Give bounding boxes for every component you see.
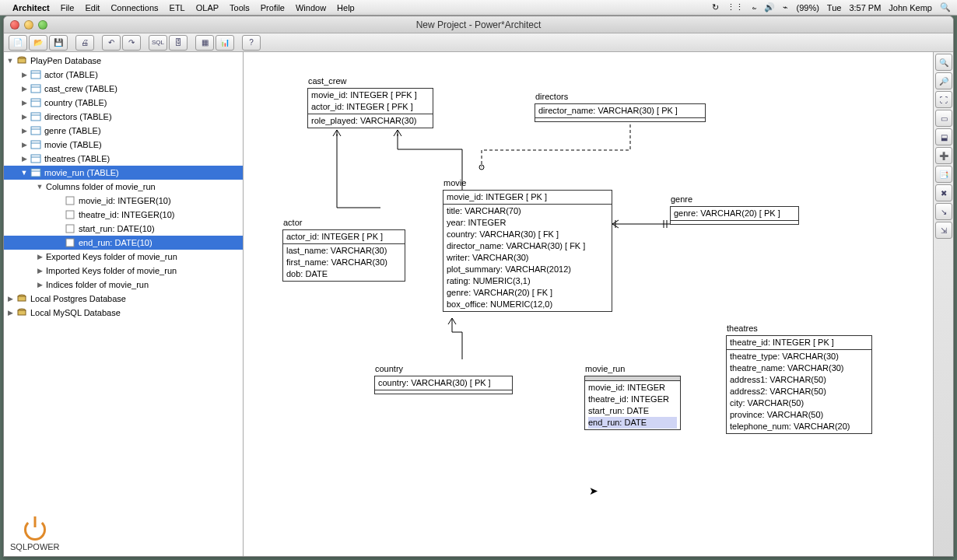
volume-icon[interactable]: 🔊: [764, 2, 775, 12]
entity-col[interactable]: genre: VARCHAR(20) [ FK ]: [447, 287, 608, 299]
entity-col[interactable]: theatre_id: INTEGER: [588, 394, 677, 405]
entity-theatres[interactable]: theatres theatre_id: INTEGER [ PK ] thea…: [726, 335, 872, 434]
tree-db-playpen[interactable]: ▼ PlayPen Database: [4, 54, 243, 68]
tree-table[interactable]: ▶movie (TABLE): [4, 138, 243, 152]
disclosure-icon[interactable]: ▶: [19, 85, 29, 93]
rtb-zoom-in[interactable]: 🔍: [935, 54, 952, 71]
disclosure-icon[interactable]: ▶: [19, 141, 29, 149]
entity-col[interactable]: address2: VARCHAR(50): [730, 386, 868, 397]
user-name[interactable]: John Kemp: [889, 3, 932, 12]
menu-etl[interactable]: ETL: [170, 3, 185, 12]
tree-table[interactable]: ▶genre (TABLE): [4, 124, 243, 138]
entity-col[interactable]: theatre_id: INTEGER [ PK ]: [730, 337, 868, 348]
menu-tools[interactable]: Tools: [230, 3, 250, 12]
app-name[interactable]: Architect: [12, 3, 50, 12]
tree-table[interactable]: ▶country (TABLE): [4, 96, 243, 110]
tb-sql[interactable]: SQL: [149, 35, 167, 51]
tb-help[interactable]: ?: [242, 35, 261, 51]
menu-file[interactable]: File: [61, 3, 75, 12]
wifi-icon[interactable]: ⧜: [752, 3, 756, 12]
entity-actor[interactable]: actor actor_id: INTEGER [ PK ] last_name…: [282, 229, 405, 282]
rtb-zoom-out[interactable]: 🔎: [935, 72, 952, 89]
entity-col[interactable]: director_name: VARCHAR(30) [ FK ]: [447, 240, 608, 252]
entity-col[interactable]: rating: NUMERIC(3,1): [447, 275, 608, 287]
tree-col[interactable]: theatre_id: INTEGER(10): [4, 208, 243, 222]
entity-genre[interactable]: genre genre: VARCHAR(20) [ PK ]: [670, 206, 799, 225]
entity-col[interactable]: city: VARCHAR(50): [730, 397, 868, 409]
entity-directors[interactable]: directors director_name: VARCHAR(30) [ P…: [535, 103, 706, 122]
tree-db[interactable]: ▶Local MySQL Database: [4, 306, 243, 320]
spotlight-icon[interactable]: 🔍: [940, 2, 951, 12]
disclosure-icon[interactable]: ▶: [19, 127, 29, 135]
entity-col[interactable]: role_played: VARCHAR(30): [311, 115, 429, 127]
tb-print[interactable]: 🖨: [75, 35, 94, 51]
disclosure-icon[interactable]: ▶: [19, 71, 29, 79]
rtb-rel2[interactable]: ⇲: [935, 222, 952, 239]
battery-icon[interactable]: ⌁: [783, 2, 788, 12]
tree-col-end-run[interactable]: end_run: DATE(10): [4, 236, 243, 250]
rtb-add-col[interactable]: 📑: [935, 166, 952, 183]
entity-col[interactable]: movie_id: INTEGER [ PK ]: [447, 191, 608, 203]
tree-table[interactable]: ▶actor (TABLE): [4, 68, 243, 82]
entity-col[interactable]: last_name: VARCHAR(30): [286, 245, 401, 257]
tree-folder[interactable]: ▶Exported Keys folder of movie_run: [4, 250, 243, 264]
disclosure-icon[interactable]: ▶: [19, 113, 29, 121]
entity-col-selected[interactable]: end_run: DATE: [588, 417, 677, 429]
entity-col[interactable]: theatre_type: VARCHAR(30): [730, 351, 868, 362]
tree-table[interactable]: ▶directors (TABLE): [4, 110, 243, 124]
menu-window[interactable]: Window: [296, 3, 326, 12]
disclosure-icon[interactable]: ▼: [35, 183, 44, 191]
tb-redo[interactable]: ↷: [122, 35, 141, 51]
menu-profile[interactable]: Profile: [261, 3, 285, 12]
tb-grid[interactable]: ▦: [195, 35, 214, 51]
tree-col[interactable]: movie_id: INTEGER(10): [4, 194, 243, 208]
menu-olap[interactable]: OLAP: [196, 3, 219, 12]
menu-connections[interactable]: Connections: [110, 3, 158, 12]
bluetooth-icon[interactable]: ⋮⋮: [727, 2, 744, 12]
disclosure-icon[interactable]: ▶: [19, 99, 29, 107]
tb-new[interactable]: 📄: [9, 35, 27, 51]
zoom-button[interactable]: [38, 20, 47, 30]
menubar[interactable]: Architect File Edit Connections ETL OLAP…: [0, 0, 957, 16]
tree-pane[interactable]: ▼ PlayPen Database ▶actor (TABLE)▶cast_c…: [4, 52, 244, 556]
titlebar[interactable]: New Project - Power*Architect: [4, 16, 953, 33]
minimize-button[interactable]: [24, 20, 33, 30]
tree-col[interactable]: start_run: DATE(10): [4, 222, 243, 236]
entity-col[interactable]: movie_id: INTEGER [ PFK ]: [311, 89, 429, 101]
tb-save[interactable]: 💾: [49, 35, 68, 51]
rtb-layout[interactable]: ⬓: [935, 128, 952, 145]
entity-country[interactable]: country country: VARCHAR(30) [ PK ]: [374, 376, 513, 394]
timemachine-icon[interactable]: ↻: [712, 2, 719, 12]
menu-help[interactable]: Help: [337, 3, 355, 12]
entity-col[interactable]: title: VARCHAR(70): [447, 205, 608, 217]
rtb-rel1[interactable]: ↘: [935, 203, 952, 220]
entity-col[interactable]: box_office: NUMERIC(12,0): [447, 299, 608, 310]
tb-open[interactable]: 📂: [29, 35, 47, 51]
clock-day[interactable]: Tue: [827, 3, 842, 12]
entity-movie-run[interactable]: movie_run movie_id: INTEGER theatre_id: …: [584, 376, 681, 430]
rtb-delete[interactable]: ✖: [935, 184, 952, 201]
menu-edit[interactable]: Edit: [85, 3, 100, 12]
entity-col[interactable]: theatre_name: VARCHAR(30): [730, 362, 868, 374]
tree-db[interactable]: ▶Local Postgres Database: [4, 292, 243, 306]
entity-col[interactable]: country: VARCHAR(30) [ FK ]: [447, 229, 608, 240]
tb-db[interactable]: 🗄: [169, 35, 188, 51]
entity-col[interactable]: actor_id: INTEGER [ PFK ]: [311, 101, 429, 113]
entity-cast-crew[interactable]: cast_crew movie_id: INTEGER [ PFK ] acto…: [307, 88, 433, 128]
entity-col[interactable]: telephone_num: VARCHAR(20): [730, 421, 868, 432]
entity-col[interactable]: year: INTEGER: [447, 217, 608, 229]
entity-col[interactable]: province: VARCHAR(50): [730, 409, 868, 421]
rtb-zoom-fit[interactable]: ⛶: [935, 91, 952, 108]
tree-table[interactable]: ▶cast_crew (TABLE): [4, 82, 243, 96]
diagram-canvas[interactable]: cast_crew movie_id: INTEGER [ PFK ] acto…: [244, 52, 933, 556]
close-button[interactable]: [10, 20, 19, 30]
entity-col[interactable]: director_name: VARCHAR(30) [ PK ]: [538, 105, 702, 117]
disclosure-icon[interactable]: ▶: [35, 267, 44, 275]
tree-table[interactable]: ▶theatres (TABLE): [4, 152, 243, 166]
entity-col[interactable]: writer: VARCHAR(30): [447, 252, 608, 264]
tree-folder[interactable]: ▶Imported Keys folder of movie_run: [4, 264, 243, 278]
disclosure-icon[interactable]: ▶: [5, 295, 15, 303]
entity-col[interactable]: first_name: VARCHAR(30): [286, 257, 401, 268]
disclosure-icon[interactable]: ▶: [5, 309, 15, 317]
tb-undo[interactable]: ↶: [102, 35, 121, 51]
